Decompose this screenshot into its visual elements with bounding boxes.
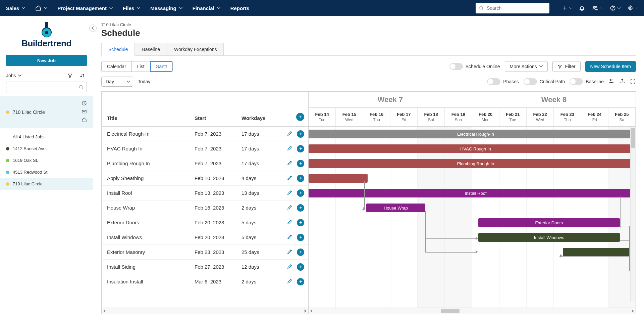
nav-messaging[interactable]: Messaging <box>150 5 182 11</box>
add-icon[interactable] <box>297 204 304 212</box>
main-content: 710 Lilac Circle Schedule ScheduleBaseli… <box>93 16 644 314</box>
gantt-bar[interactable]: Plumbing Rough In <box>309 159 636 168</box>
phases-toggle[interactable]: Phases <box>487 78 519 85</box>
nav-project-management[interactable]: Project Management <box>57 5 113 11</box>
view-gantt[interactable]: Gantt <box>150 61 172 72</box>
schedule-online-toggle[interactable]: Schedule Online <box>449 63 500 70</box>
sidebar-search-input[interactable] <box>9 84 79 90</box>
svg-point-5 <box>596 6 597 8</box>
day-header: Feb 16Thu <box>363 108 390 126</box>
tab-schedule[interactable]: Schedule <box>101 43 135 56</box>
gantt-bar[interactable]: Install Roof <box>309 189 636 197</box>
sort-icon[interactable] <box>77 73 87 78</box>
jobs-dropdown[interactable]: Jobs <box>6 73 63 78</box>
gantt-bar[interactable]: Exterior Doors <box>478 218 620 227</box>
edit-icon[interactable] <box>287 204 293 211</box>
nav-files[interactable]: Files <box>123 5 140 11</box>
global-search[interactable] <box>476 3 549 13</box>
nav-financial[interactable]: Financial <box>193 5 220 11</box>
nav-sales[interactable]: Sales <box>6 5 25 11</box>
table-h-scrollbar[interactable] <box>102 308 308 314</box>
task-workdays: 12 days <box>241 264 278 270</box>
nav-home[interactable] <box>35 5 47 11</box>
task-row[interactable]: Plumbing Rough InFeb 7, 202317 days <box>102 156 308 171</box>
task-row[interactable]: Electrical Rough-InFeb 7, 202317 days <box>102 127 308 141</box>
add-icon[interactable] <box>297 234 304 241</box>
export-icon[interactable] <box>619 78 625 85</box>
mail-icon[interactable] <box>82 109 87 115</box>
sidebar-search[interactable] <box>6 82 87 92</box>
add-icon[interactable] <box>297 278 304 285</box>
edit-icon[interactable] <box>287 189 293 196</box>
global-search-input[interactable] <box>487 5 546 11</box>
gantt-bar[interactable] <box>563 248 636 257</box>
edit-icon[interactable] <box>287 219 293 226</box>
job-item[interactable]: 1412 Sunset Ave. <box>0 143 93 154</box>
fullscreen-icon[interactable] <box>630 78 636 85</box>
edit-icon[interactable] <box>287 175 293 182</box>
add-icon[interactable] <box>297 189 304 197</box>
new-job-button[interactable]: New Job <box>6 55 87 66</box>
add-task-button[interactable] <box>296 113 304 121</box>
task-row[interactable]: Apply SheathingFeb 10, 20234 days <box>102 171 308 186</box>
add-icon[interactable] <box>297 160 304 167</box>
more-actions-button[interactable]: More Actions <box>505 61 548 72</box>
help-menu[interactable] <box>610 5 621 11</box>
job-item[interactable]: 1619 Oak St. <box>0 154 93 166</box>
edit-icon[interactable] <box>287 234 293 241</box>
notifications-icon[interactable] <box>579 5 585 11</box>
job-item[interactable]: 710 Lilac Circle <box>0 178 93 190</box>
col-workdays: Workdays <box>241 115 278 121</box>
tab-baseline[interactable]: Baseline <box>135 43 167 55</box>
edit-icon[interactable] <box>287 249 293 256</box>
add-icon[interactable] <box>297 219 304 226</box>
filter-button[interactable]: Filter <box>552 61 580 72</box>
task-row[interactable]: House WrapFeb 16, 20232 days <box>102 200 308 215</box>
new-schedule-item-button[interactable]: New Schedule Item <box>585 61 636 72</box>
task-row[interactable]: Exterior DoorsFeb 20, 20235 days <box>102 215 308 230</box>
edit-icon[interactable] <box>287 145 293 152</box>
task-row[interactable]: Install WindowsFeb 20, 20235 days <box>102 230 308 245</box>
task-row[interactable]: Exterior MasonryFeb 23, 202325 days <box>102 245 308 260</box>
gantt-bar[interactable]: Electrical Rough-In <box>309 130 636 138</box>
tab-workday-exceptions[interactable]: Workday Exceptions <box>167 43 224 55</box>
task-row[interactable]: Install RoofFeb 13, 202313 days <box>102 186 308 200</box>
edit-icon[interactable] <box>287 263 293 270</box>
task-workdays: 5 days <box>241 220 278 225</box>
gantt-bar[interactable]: House Wrap <box>366 204 425 212</box>
add-menu[interactable] <box>562 5 572 11</box>
job-item[interactable]: 4513 Redwood St. <box>0 166 93 178</box>
edit-icon[interactable] <box>287 130 293 137</box>
task-workdays: 17 days <box>241 131 278 137</box>
gantt-h-scrollbar[interactable] <box>309 308 636 314</box>
task-row[interactable]: Insulation InstallMar 6, 20232 days <box>102 274 308 289</box>
settings-menu[interactable] <box>627 5 638 11</box>
edit-icon[interactable] <box>287 278 293 285</box>
task-row[interactable]: HVAC Rough InFeb 7, 202317 days <box>102 141 308 156</box>
selected-job[interactable]: 710 Lilac Circle <box>0 96 93 128</box>
sidebar-collapse-button[interactable] <box>89 25 97 32</box>
edit-icon[interactable] <box>287 160 293 167</box>
task-row[interactable]: Install SidingFeb 27, 202312 days <box>102 260 308 274</box>
view-calendar[interactable]: Calendar <box>102 61 132 72</box>
people-menu[interactable] <box>592 5 603 11</box>
add-icon[interactable] <box>297 263 304 271</box>
add-icon[interactable] <box>297 249 304 256</box>
gantt-bar[interactable]: HVAC Rough In <box>309 144 636 153</box>
info-icon[interactable] <box>82 100 87 107</box>
today-button[interactable]: Today <box>138 79 150 84</box>
add-icon[interactable] <box>297 145 304 152</box>
home-icon[interactable] <box>82 117 87 124</box>
gantt-bar[interactable] <box>309 174 368 183</box>
settings-sliders-icon[interactable] <box>608 78 614 85</box>
baseline-toggle[interactable]: Baseline <box>570 78 604 85</box>
gantt-v-scrollbar[interactable] <box>630 127 636 302</box>
view-list[interactable]: List <box>132 61 150 72</box>
nav-reports[interactable]: Reports <box>230 5 250 11</box>
gantt-bar[interactable]: Install Windows <box>478 233 620 242</box>
granularity-select[interactable]: Day <box>101 77 133 87</box>
add-icon[interactable] <box>297 130 304 138</box>
critical-path-toggle[interactable]: Critical Path <box>524 78 565 85</box>
add-icon[interactable] <box>297 175 304 182</box>
filter-icon[interactable] <box>65 73 75 78</box>
